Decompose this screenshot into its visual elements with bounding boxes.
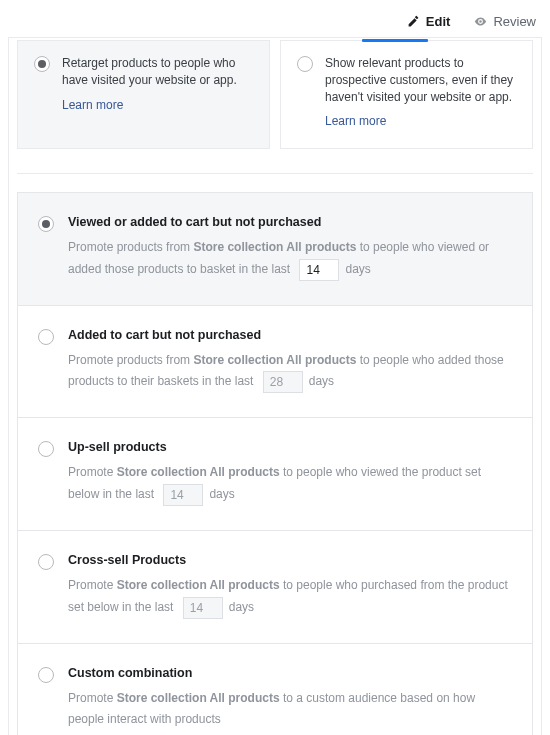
option-desc: Promote Store collection All products to… bbox=[68, 462, 512, 506]
option-desc: Promote Store collection All products to… bbox=[68, 575, 512, 619]
radio-added-to-cart[interactable] bbox=[38, 329, 54, 345]
store-name: Store collection All products bbox=[117, 465, 280, 479]
card-retarget-desc: Retarget products to people who have vis… bbox=[62, 56, 237, 87]
option-upsell[interactable]: Up-sell products Promote Store collectio… bbox=[18, 417, 532, 530]
option-title: Cross-sell Products bbox=[68, 553, 512, 567]
learn-more-prospect[interactable]: Learn more bbox=[325, 113, 386, 130]
days-input-added bbox=[263, 371, 303, 393]
store-name: Store collection All products bbox=[117, 578, 280, 592]
option-title: Viewed or added to cart but not purchase… bbox=[68, 215, 512, 229]
card-prospect-desc: Show relevant products to prospective cu… bbox=[325, 56, 513, 104]
option-viewed-or-added[interactable]: Viewed or added to cart but not purchase… bbox=[18, 193, 532, 305]
card-prospect-text: Show relevant products to prospective cu… bbox=[325, 55, 518, 130]
option-title: Added to cart but not purchased bbox=[68, 328, 512, 342]
radio-custom-combination[interactable] bbox=[38, 667, 54, 683]
radio-retarget[interactable] bbox=[34, 56, 50, 72]
tab-edit[interactable]: Edit bbox=[407, 14, 451, 29]
option-title: Custom combination bbox=[68, 666, 512, 680]
learn-more-retarget[interactable]: Learn more bbox=[62, 97, 123, 114]
radio-cross-sell[interactable] bbox=[38, 554, 54, 570]
radio-prospect[interactable] bbox=[297, 56, 313, 72]
card-retarget[interactable]: Retarget products to people who have vis… bbox=[17, 40, 270, 149]
option-desc: Promote products from Store collection A… bbox=[68, 237, 512, 281]
audience-top-row: Retarget products to people who have vis… bbox=[17, 40, 533, 149]
option-added-to-cart[interactable]: Added to cart but not purchased Promote … bbox=[18, 305, 532, 418]
radio-viewed-or-added[interactable] bbox=[38, 216, 54, 232]
tab-active-underline bbox=[362, 39, 428, 42]
store-name: Store collection All products bbox=[117, 691, 280, 705]
card-retarget-text: Retarget products to people who have vis… bbox=[62, 55, 255, 113]
tab-review[interactable]: Review bbox=[474, 14, 536, 29]
option-desc: Promote Store collection All products to… bbox=[68, 688, 512, 731]
store-name: Store collection All products bbox=[193, 240, 356, 254]
tabs-bar: Edit Review bbox=[8, 0, 542, 37]
tab-edit-label: Edit bbox=[426, 14, 451, 29]
option-cross-sell[interactable]: Cross-sell Products Promote Store collec… bbox=[18, 530, 532, 643]
section-divider bbox=[17, 173, 533, 174]
eye-icon bbox=[474, 15, 487, 28]
radio-upsell[interactable] bbox=[38, 441, 54, 457]
option-title: Up-sell products bbox=[68, 440, 512, 454]
option-custom-combination[interactable]: Custom combination Promote Store collect… bbox=[18, 643, 532, 735]
days-input-upsell bbox=[163, 484, 203, 506]
option-desc: Promote products from Store collection A… bbox=[68, 350, 512, 394]
days-input-cross bbox=[183, 597, 223, 619]
days-input-viewed[interactable] bbox=[299, 259, 339, 281]
card-prospect[interactable]: Show relevant products to prospective cu… bbox=[280, 40, 533, 149]
tab-review-label: Review bbox=[493, 14, 536, 29]
store-name: Store collection All products bbox=[193, 353, 356, 367]
retarget-options: Viewed or added to cart but not purchase… bbox=[17, 192, 533, 735]
pencil-icon bbox=[407, 15, 420, 28]
